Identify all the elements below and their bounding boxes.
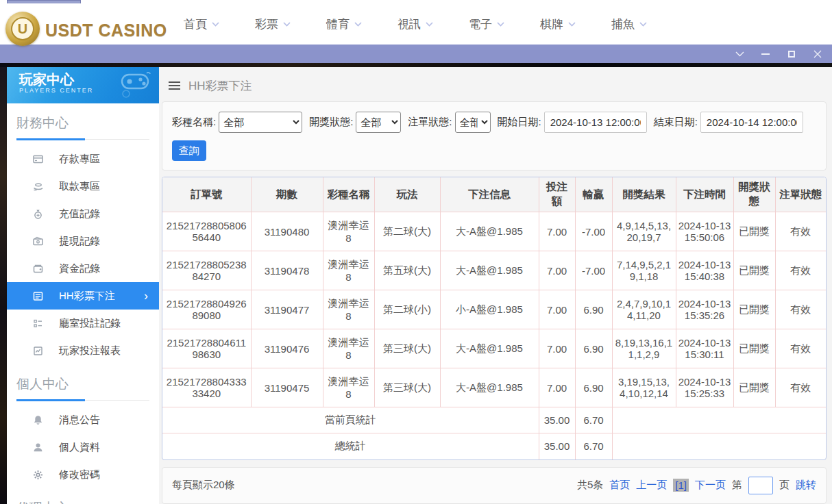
chevron-down-icon	[639, 22, 647, 27]
sidebar-item-label: 廳室投註記錄	[59, 317, 121, 330]
table-row: 2152172880492689080 31190477 澳洲幸运8 第二球(小…	[162, 290, 826, 329]
cell-win-loss: 6.90	[575, 290, 612, 329]
window-close-button[interactable]	[813, 49, 822, 59]
page-prefix-label: 第	[732, 479, 742, 492]
cell-bet-amount: 7.00	[539, 251, 575, 290]
nav-item-lottery[interactable]: 彩票	[255, 16, 326, 32]
chevron-down-icon	[735, 51, 744, 57]
sidebar-section-finance: 財務中心 存款專區 取款專區	[16, 114, 149, 364]
close-icon	[813, 50, 822, 58]
nav-item-label: 視訊	[397, 16, 421, 32]
search-button[interactable]: 查詢	[172, 140, 206, 161]
coin-letter: U	[11, 17, 34, 40]
sidebar-item-label: 資金記錄	[59, 262, 100, 275]
first-page-link[interactable]: 首页	[609, 479, 630, 492]
section-title: 個人中心	[16, 375, 149, 401]
nav-item-live[interactable]: 視訊	[397, 16, 469, 32]
total-summary-row: 總統計 35.00 6.70	[162, 433, 826, 459]
cell-order-id: 2152172880492689080	[162, 290, 251, 329]
background-image-edge	[0, 67, 7, 504]
draw-status-select[interactable]: 全部	[356, 112, 401, 133]
chevron-down-icon	[212, 22, 219, 27]
cell-period: 31190475	[251, 368, 323, 407]
nav-item-cards[interactable]: 棋牌	[540, 16, 611, 32]
cell-order-status: 有效	[775, 251, 826, 290]
page-summary-bet-amount: 35.00	[539, 407, 575, 433]
cell-bet-time: 2024-10-13 15:35:26	[676, 290, 733, 329]
sidebar-item-change-password[interactable]: 修改密碼	[16, 461, 149, 488]
sidebar-item-withdraw[interactable]: 取款專區	[16, 173, 149, 200]
col-header: 期數	[251, 177, 323, 212]
sidebar-item-recharge-record[interactable]: 充值記錄	[16, 200, 149, 227]
cell-order-id: 2152172880433333420	[162, 368, 251, 407]
sidebar-item-label: HH彩票下注	[59, 290, 115, 303]
nav-item-home[interactable]: 首頁	[184, 16, 255, 32]
jump-link[interactable]: 跳转	[796, 479, 816, 492]
sidebar-item-hh-lottery-bet[interactable]: HH彩票下注 ›	[7, 282, 159, 310]
cell-order-id: 2152172880580656440	[162, 212, 251, 251]
prev-page-link[interactable]: 上一页	[636, 479, 667, 492]
sidebar-item-room-bet-record[interactable]: 廳室投註記錄	[16, 310, 149, 337]
nav-item-label: 首頁	[184, 16, 207, 32]
table-row: 2152172880580656440 31190480 澳洲幸运8 第二球(大…	[162, 212, 826, 251]
bet-records-table: 訂單號 期數 彩種名稱 玩法 下注信息 投注額 輸贏 開獎結果 下注時間 開獎狀…	[162, 177, 827, 460]
cell-period: 31190476	[251, 329, 323, 368]
sidebar-item-deposit[interactable]: 存款專區	[16, 145, 149, 173]
person-icon	[32, 441, 44, 453]
cell-bet-info: 小-A盤@1.985	[440, 290, 539, 329]
cell-period: 31190478	[251, 251, 323, 290]
cell-play: 第二球(小)	[374, 290, 440, 329]
sidebar-item-label: 存款專區	[59, 153, 100, 166]
cell-order-status: 有效	[775, 290, 826, 329]
chevron-down-icon	[354, 22, 362, 27]
window-maximize-button[interactable]	[787, 49, 796, 59]
cell-play: 第二球(大)	[374, 212, 440, 251]
sidebar-item-bet-report[interactable]: 玩家投注報表	[16, 337, 149, 364]
nav-item-sports[interactable]: 體育	[326, 16, 397, 32]
withdrawal-record-icon	[32, 235, 44, 247]
page-title: HH彩票下注	[188, 78, 252, 94]
cell-play: 第五球(大)	[374, 251, 440, 290]
cell-bet-time: 2024-10-13 15:30:11	[676, 329, 733, 368]
sidebar-item-funds-record[interactable]: 資金記錄	[16, 255, 149, 282]
nav-item-slots[interactable]: 電子	[469, 16, 540, 32]
cell-win-loss: -7.00	[575, 212, 612, 251]
cell-bet-amount: 7.00	[539, 290, 575, 329]
end-date-input[interactable]	[700, 112, 803, 133]
chevron-down-icon	[497, 22, 504, 27]
sidebar-item-label: 消息公告	[59, 414, 100, 427]
order-status-select[interactable]: 全部	[455, 112, 491, 133]
withdraw-icon	[32, 180, 44, 192]
col-header: 注單狀態	[775, 177, 826, 212]
cell-order-id: 2152172880523884270	[162, 251, 251, 290]
col-header: 玩法	[374, 177, 440, 212]
sidebar-item-withdrawal-record[interactable]: 提現記錄	[16, 227, 149, 255]
lottery-bet-icon	[32, 290, 44, 302]
col-header: 下注時間	[676, 177, 733, 212]
cell-win-loss: 6.90	[575, 329, 612, 368]
cell-period: 31190480	[251, 212, 323, 251]
start-date-input[interactable]	[544, 112, 647, 133]
per-page-label: 每頁顯示20條	[172, 479, 235, 492]
cell-bet-info: 大-A盤@1.985	[440, 329, 539, 368]
cell-bet-info: 大-A盤@1.985	[440, 212, 539, 251]
page-suffix-label: 页	[779, 479, 790, 492]
col-header: 下注信息	[440, 177, 539, 212]
page-summary-label: 當前頁統計	[162, 407, 539, 433]
page-number-input[interactable]	[748, 477, 773, 494]
nav-item-fishing[interactable]: 捕魚	[611, 16, 683, 32]
cell-draw-status: 已開獎	[733, 368, 775, 407]
window-collapse-button[interactable]	[735, 49, 744, 59]
window-minimize-button[interactable]	[761, 49, 770, 59]
menu-toggle-icon[interactable]	[169, 81, 180, 90]
lottery-name-label: 彩種名稱:	[172, 116, 216, 129]
next-page-link[interactable]: 下一页	[695, 479, 726, 492]
table-row: 2152172880523884270 31190478 澳洲幸运8 第五球(大…	[162, 251, 826, 290]
cell-lottery: 澳洲幸运8	[323, 368, 374, 407]
end-date-label: 結束日期:	[654, 116, 698, 129]
cell-draw-result: 7,14,9,5,2,19,1,18	[612, 251, 676, 290]
lottery-name-select[interactable]: 全部	[219, 112, 302, 133]
sidebar-item-profile[interactable]: 個人資料	[16, 433, 149, 461]
sidebar-item-announcements[interactable]: 消息公告	[16, 406, 149, 433]
maximize-icon	[788, 51, 795, 58]
